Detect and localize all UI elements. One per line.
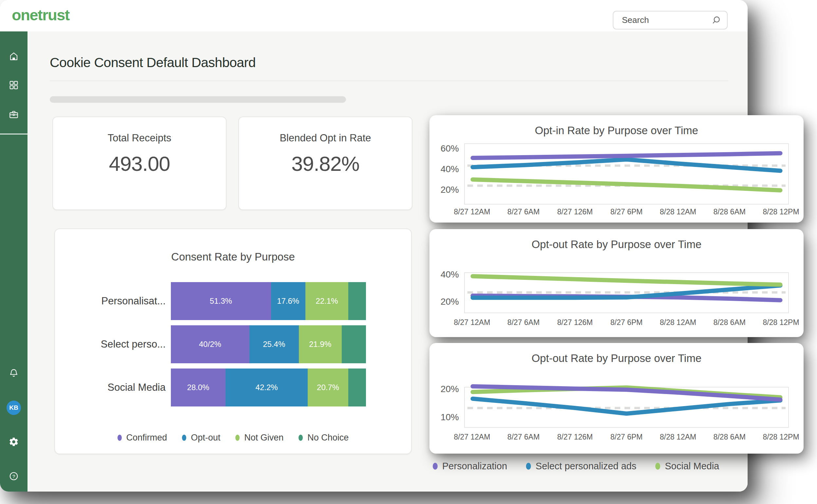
consent-row: Personalisat...51.3%17.6%22.1%	[55, 282, 411, 320]
bar-segment-blue: 25.4%	[249, 325, 299, 363]
loading-bar	[50, 96, 346, 103]
bar-segment-green: 22.1%	[305, 282, 349, 320]
search-icon[interactable]	[711, 15, 722, 26]
bar-segment-green: 20.7%	[308, 369, 348, 406]
bar-segment-teal	[348, 282, 366, 320]
sidebar-item-workspace[interactable]	[7, 107, 21, 122]
opt-out-rate-plot-2: 20%10%	[464, 387, 789, 428]
sidebar-nav: KB ?	[0, 31, 27, 492]
x-axis-label: 8/28 6AM	[713, 207, 745, 216]
consent-chart-title: Consent Rate by Purpose	[55, 251, 411, 263]
x-axis-label: 8/27 6AM	[507, 318, 539, 327]
x-axis-label: 8/27 6AM	[507, 433, 539, 441]
x-axis: 8/27 12AM8/27 6AM8/27 126M8/27 6PM8/28 1…	[464, 318, 789, 328]
sidebar-user-avatar[interactable]: KB	[7, 401, 21, 415]
opt-out-rate-card-2: Opt-out Rate by Purpose over Time 20%10%…	[429, 343, 804, 454]
consent-rate-card: Consent Rate by Purpose Personalisat...5…	[54, 228, 412, 454]
series-line-purple	[473, 153, 780, 158]
y-axis-tick: 40%	[441, 164, 459, 174]
consent-bar: 28.0%42.2%20.7%	[171, 369, 366, 406]
y-axis-tick: 10%	[441, 412, 459, 423]
consent-row: Social Media28.0%42.2%20.7%	[55, 369, 411, 406]
x-axis-label: 8/27 12AM	[454, 433, 490, 441]
legend-label: Select personalized ads	[536, 461, 636, 472]
sidebar-item-help[interactable]: ?	[7, 469, 21, 483]
not-given-dot-icon	[235, 435, 240, 441]
x-axis-label: 8/27 6AM	[507, 207, 539, 216]
x-axis-label: 8/28 12AM	[660, 433, 696, 441]
chart-title: Opt-in Rate by Purpose over Time	[429, 124, 804, 137]
legend-item-select-personalized-ads: Select personalized ads	[526, 461, 636, 472]
kpi-value: 39.82%	[239, 152, 412, 175]
x-axis-label: 8/27 12AM	[454, 207, 490, 216]
x-axis-label: 8/27 6PM	[610, 207, 643, 216]
y-axis-tick: 60%	[441, 143, 459, 154]
x-axis-label: 8/27 6PM	[610, 433, 643, 441]
x-axis-label: 8/28 12AM	[660, 207, 696, 216]
search-input[interactable]	[621, 15, 711, 26]
x-axis-label: 8/28 12AM	[660, 318, 696, 327]
kpi-card-total-receipts: Total Receipts 493.00	[52, 117, 227, 210]
chart-title: Opt-out Rate by Purpose over Time	[429, 352, 804, 365]
consent-row-label: Social Media	[55, 369, 171, 406]
personalization-dot-icon	[433, 463, 438, 470]
opt-out-rate-plot-1: 40%20%	[464, 272, 789, 313]
search-box[interactable]	[613, 11, 728, 29]
chart-title: Opt-out Rate by Purpose over Time	[429, 238, 804, 251]
consent-legend: Confirmed Opt-out Not Given No Choice	[55, 433, 411, 443]
grid-icon	[9, 80, 19, 90]
bar-segment-purple: 28.0%	[171, 369, 226, 406]
x-axis-label: 8/27 12AM	[454, 318, 490, 327]
select-personalized-ads-dot-icon	[526, 463, 531, 470]
legend-item-personalization: Personalization	[433, 461, 507, 472]
sidebar-item-home[interactable]	[7, 49, 21, 63]
consent-row-label: Select perso...	[55, 325, 171, 363]
bar-segment-teal	[342, 325, 366, 363]
time-series-legend: Personalization Select personalized ads …	[433, 461, 719, 472]
opt-out-dot-icon	[182, 435, 186, 441]
x-axis-label: 8/28 6AM	[713, 433, 745, 441]
consent-bar: 51.3%17.6%22.1%	[171, 282, 366, 320]
onetrust-logo: onetrust	[12, 4, 69, 26]
x-axis: 8/27 12AM8/27 6AM8/27 126M8/27 6PM8/28 1…	[464, 433, 789, 442]
x-axis-label: 8/28 12PM	[763, 433, 799, 441]
legend-label: Opt-out	[191, 433, 220, 443]
consent-bar-chart: Personalisat...51.3%17.6%22.1%Select per…	[55, 282, 411, 412]
sidebar-item-dashboards[interactable]	[7, 78, 21, 92]
legend-label: Confirmed	[126, 433, 167, 443]
bar-segment-blue: 17.6%	[271, 282, 305, 320]
sidebar-item-notifications[interactable]	[7, 366, 21, 380]
svg-text:?: ?	[12, 474, 15, 479]
gear-icon	[9, 437, 19, 447]
top-bar: onetrust	[0, 0, 748, 31]
legend-item-confirmed: Confirmed	[118, 433, 167, 443]
x-axis: 8/27 12AM8/27 6AM8/27 126M8/27 6PM8/28 1…	[464, 207, 789, 217]
no-choice-dot-icon	[299, 435, 303, 441]
legend-item-no-choice: No Choice	[299, 433, 349, 443]
legend-label: No Choice	[307, 433, 349, 443]
consent-row-label: Personalisat...	[55, 282, 171, 320]
line-chart-canvas	[465, 144, 788, 204]
x-axis-label: 8/28 12PM	[763, 318, 799, 327]
social-media-dot-icon	[655, 463, 660, 470]
x-axis-label: 8/27 126M	[557, 433, 593, 441]
y-axis-tick: 20%	[441, 185, 459, 195]
series-line-blue	[473, 399, 780, 413]
legend-item-not-given: Not Given	[235, 433, 283, 443]
screenshot-stage: onetrust Cookie Consent Default Dashboar…	[0, 0, 817, 504]
x-axis-label: 8/27 126M	[557, 318, 593, 327]
avatar: KB	[7, 401, 21, 415]
y-axis-tick: 40%	[441, 269, 459, 280]
sidebar-item-settings[interactable]	[7, 435, 21, 449]
consent-row: Select perso...40/2%25.4%21.9%	[55, 325, 411, 363]
line-chart-canvas	[465, 273, 788, 313]
y-axis-tick: 20%	[441, 384, 459, 394]
bar-segment-teal	[348, 369, 366, 406]
help-icon: ?	[9, 471, 19, 481]
x-axis-label: 8/27 6PM	[610, 318, 643, 327]
y-axis-tick: 20%	[441, 297, 459, 307]
bell-icon	[9, 368, 19, 378]
legend-label: Not Given	[244, 433, 283, 443]
x-axis-label: 8/27 126M	[557, 207, 593, 216]
line-chart-canvas	[465, 387, 788, 427]
